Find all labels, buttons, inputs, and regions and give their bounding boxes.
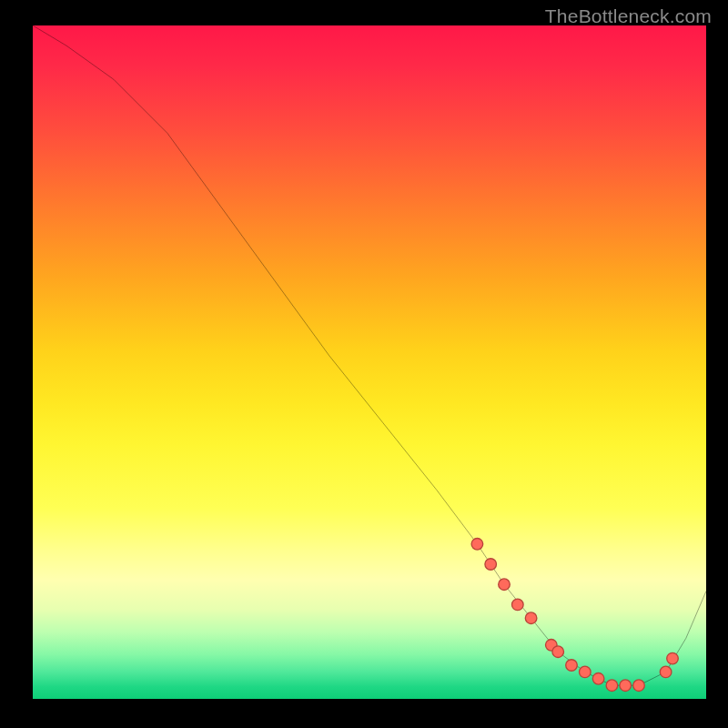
watermark-text: TheBottleneck.com bbox=[545, 5, 712, 27]
gradient-lower bbox=[33, 551, 706, 699]
background-gradient bbox=[33, 25, 706, 699]
gradient-upper bbox=[33, 25, 706, 551]
plot-area bbox=[33, 25, 706, 699]
chart-stage: TheBottleneck.com bbox=[0, 0, 728, 728]
